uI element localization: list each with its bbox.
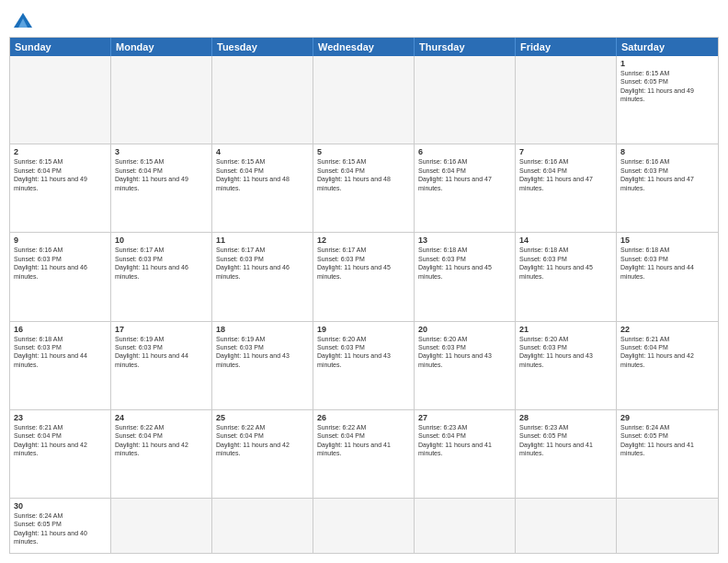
calendar-cell: 17Sunrise: 6:19 AM Sunset: 6:03 PM Dayli… [111,322,212,409]
calendar-cell [415,56,516,144]
day-number: 7 [519,147,612,156]
day-info: Sunrise: 6:21 AM Sunset: 6:04 PM Dayligh… [620,335,714,370]
calendar-row-4: 23Sunrise: 6:21 AM Sunset: 6:04 PM Dayli… [10,409,718,498]
header-day-saturday: Saturday [617,38,718,56]
calendar-cell: 9Sunrise: 6:16 AM Sunset: 6:03 PM Daylig… [10,233,111,320]
header-day-wednesday: Wednesday [313,38,415,56]
calendar-cell: 27Sunrise: 6:23 AM Sunset: 6:04 PM Dayli… [415,410,516,498]
calendar-cell: 12Sunrise: 6:17 AM Sunset: 6:03 PM Dayli… [313,233,415,320]
day-info: Sunrise: 6:17 AM Sunset: 6:03 PM Dayligh… [115,246,208,281]
calendar-cell: 8Sunrise: 6:16 AM Sunset: 6:03 PM Daylig… [617,144,718,232]
day-number: 22 [620,325,714,334]
calendar-cell: 23Sunrise: 6:21 AM Sunset: 6:04 PM Dayli… [10,410,111,498]
day-number: 3 [115,147,208,156]
calendar-cell: 28Sunrise: 6:23 AM Sunset: 6:05 PM Dayli… [516,410,617,498]
calendar-cell: 24Sunrise: 6:22 AM Sunset: 6:04 PM Dayli… [111,410,212,498]
calendar-cell: 14Sunrise: 6:18 AM Sunset: 6:03 PM Dayli… [516,233,617,320]
day-number: 17 [115,325,208,334]
calendar-row-5: 30Sunrise: 6:24 AM Sunset: 6:05 PM Dayli… [10,498,718,553]
header-day-tuesday: Tuesday [212,38,313,56]
day-info: Sunrise: 6:20 AM Sunset: 6:03 PM Dayligh… [519,335,612,370]
day-number: 26 [317,413,410,422]
day-info: Sunrise: 6:16 AM Sunset: 6:04 PM Dayligh… [418,157,511,192]
day-number: 23 [14,413,107,422]
calendar-cell: 16Sunrise: 6:18 AM Sunset: 6:03 PM Dayli… [10,322,111,409]
calendar-cell: 25Sunrise: 6:22 AM Sunset: 6:04 PM Dayli… [212,410,313,498]
day-info: Sunrise: 6:16 AM Sunset: 6:03 PM Dayligh… [14,246,107,281]
day-number: 14 [519,236,612,245]
calendar-cell: 21Sunrise: 6:20 AM Sunset: 6:03 PM Dayli… [516,322,617,409]
calendar-row-2: 9Sunrise: 6:16 AM Sunset: 6:03 PM Daylig… [10,232,718,320]
header-day-friday: Friday [516,38,617,56]
day-number: 12 [317,236,410,245]
day-info: Sunrise: 6:18 AM Sunset: 6:03 PM Dayligh… [519,246,612,281]
day-number: 8 [620,147,714,156]
day-number: 4 [216,147,309,156]
day-number: 30 [14,501,107,511]
calendar-cell [212,499,313,553]
day-info: Sunrise: 6:23 AM Sunset: 6:05 PM Dayligh… [519,423,612,458]
calendar-cell: 13Sunrise: 6:18 AM Sunset: 6:03 PM Dayli… [415,233,516,320]
header-day-sunday: Sunday [10,38,111,56]
calendar-row-0: 1Sunrise: 6:15 AM Sunset: 6:05 PM Daylig… [10,56,718,144]
calendar-cell [415,499,516,553]
day-info: Sunrise: 6:15 AM Sunset: 6:04 PM Dayligh… [115,157,208,192]
day-number: 20 [418,325,511,334]
calendar-header: SundayMondayTuesdayWednesdayThursdayFrid… [10,38,718,56]
calendar-cell: 11Sunrise: 6:17 AM Sunset: 6:03 PM Dayli… [212,233,313,320]
day-info: Sunrise: 6:17 AM Sunset: 6:03 PM Dayligh… [216,246,309,281]
calendar-cell: 19Sunrise: 6:20 AM Sunset: 6:03 PM Dayli… [313,322,415,409]
calendar-cell [516,56,617,144]
day-info: Sunrise: 6:19 AM Sunset: 6:03 PM Dayligh… [115,335,208,370]
logo-icon [9,9,37,31]
day-number: 29 [620,413,714,422]
day-info: Sunrise: 6:17 AM Sunset: 6:03 PM Dayligh… [317,246,410,281]
calendar-cell: 20Sunrise: 6:20 AM Sunset: 6:03 PM Dayli… [415,322,516,409]
day-info: Sunrise: 6:15 AM Sunset: 6:04 PM Dayligh… [216,157,309,192]
calendar-cell: 26Sunrise: 6:22 AM Sunset: 6:04 PM Dayli… [313,410,415,498]
calendar-cell: 6Sunrise: 6:16 AM Sunset: 6:04 PM Daylig… [415,144,516,232]
day-number: 16 [14,325,107,334]
calendar-cell: 1Sunrise: 6:15 AM Sunset: 6:05 PM Daylig… [617,56,718,144]
calendar-row-3: 16Sunrise: 6:18 AM Sunset: 6:03 PM Dayli… [10,321,718,409]
calendar-cell: 5Sunrise: 6:15 AM Sunset: 6:04 PM Daylig… [313,144,415,232]
day-info: Sunrise: 6:16 AM Sunset: 6:04 PM Dayligh… [519,157,612,192]
calendar-cell: 7Sunrise: 6:16 AM Sunset: 6:04 PM Daylig… [516,144,617,232]
calendar: SundayMondayTuesdayWednesdayThursdayFrid… [9,37,719,554]
day-info: Sunrise: 6:18 AM Sunset: 6:03 PM Dayligh… [620,246,714,281]
day-info: Sunrise: 6:20 AM Sunset: 6:03 PM Dayligh… [418,335,511,370]
day-number: 11 [216,236,309,245]
calendar-row-1: 2Sunrise: 6:15 AM Sunset: 6:04 PM Daylig… [10,144,718,232]
day-number: 9 [14,236,107,245]
calendar-cell [313,56,415,144]
day-info: Sunrise: 6:20 AM Sunset: 6:03 PM Dayligh… [317,335,410,370]
day-info: Sunrise: 6:21 AM Sunset: 6:04 PM Dayligh… [14,423,107,458]
day-number: 6 [418,147,511,156]
day-info: Sunrise: 6:22 AM Sunset: 6:04 PM Dayligh… [115,423,208,458]
calendar-cell: 22Sunrise: 6:21 AM Sunset: 6:04 PM Dayli… [617,322,718,409]
day-number: 21 [519,325,612,334]
logo [9,9,40,31]
day-info: Sunrise: 6:18 AM Sunset: 6:03 PM Dayligh… [418,246,511,281]
calendar-cell [111,56,212,144]
calendar-cell: 3Sunrise: 6:15 AM Sunset: 6:04 PM Daylig… [111,144,212,232]
calendar-cell [617,499,718,553]
day-number: 2 [14,147,107,156]
page: SundayMondayTuesdayWednesdayThursdayFrid… [0,0,728,563]
day-number: 1 [620,59,714,68]
calendar-cell: 18Sunrise: 6:19 AM Sunset: 6:03 PM Dayli… [212,322,313,409]
calendar-cell [516,499,617,553]
day-info: Sunrise: 6:23 AM Sunset: 6:04 PM Dayligh… [418,423,511,458]
calendar-cell: 2Sunrise: 6:15 AM Sunset: 6:04 PM Daylig… [10,144,111,232]
day-info: Sunrise: 6:15 AM Sunset: 6:05 PM Dayligh… [620,69,714,104]
day-info: Sunrise: 6:24 AM Sunset: 6:05 PM Dayligh… [620,423,714,458]
calendar-cell [212,56,313,144]
calendar-cell: 15Sunrise: 6:18 AM Sunset: 6:03 PM Dayli… [617,233,718,320]
header [9,9,719,31]
header-day-thursday: Thursday [415,38,516,56]
day-info: Sunrise: 6:15 AM Sunset: 6:04 PM Dayligh… [14,157,107,192]
day-info: Sunrise: 6:16 AM Sunset: 6:03 PM Dayligh… [620,157,714,192]
day-number: 5 [317,147,410,156]
day-number: 10 [115,236,208,245]
day-number: 27 [418,413,511,422]
